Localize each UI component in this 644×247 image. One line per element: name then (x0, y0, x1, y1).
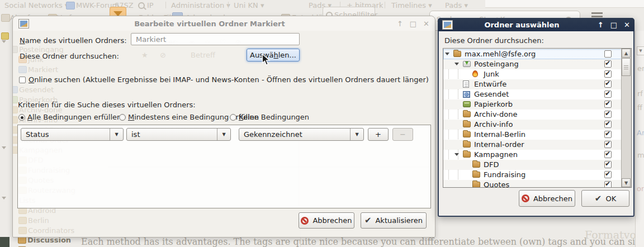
check-icon: ✔ (605, 60, 610, 66)
folder-name: max.mehl@fsfe.org (465, 50, 536, 58)
remove-condition-button[interactable]: − (392, 128, 413, 141)
scroll-down-button[interactable]: ▼ (622, 178, 631, 187)
check-icon: ✔ (364, 216, 372, 225)
tree-row[interactable]: Posteingang✔ (443, 59, 623, 69)
folder-name: Papierkorb (474, 100, 513, 108)
choose-folders-button[interactable]: Auswählen... (247, 49, 300, 61)
folder-icon (463, 111, 471, 117)
dialog-titlebar[interactable]: Ordner auswählen ↑ □ ✕ (438, 18, 634, 31)
drafts-icon (463, 80, 469, 88)
folder-checkbox[interactable]: ✔ (604, 161, 612, 168)
tree-row[interactable]: Quotes✔ (443, 180, 623, 188)
shade-button[interactable]: ↑ (598, 21, 604, 28)
folder-checkbox[interactable]: ✔ (604, 181, 612, 188)
folder-checkbox[interactable]: ✔ (604, 171, 612, 178)
tree-row[interactable]: Kampagnen✔ (443, 150, 623, 160)
dialog-title: Ordner auswählen (453, 21, 591, 29)
dialog-window-icon (442, 20, 453, 30)
folder-checkbox[interactable]: ✔ (604, 60, 612, 68)
bookmark-item[interactable]: IP (147, 1, 154, 10)
check-icon: ✔ (605, 140, 610, 147)
condition-field-select[interactable]: Status▼ (21, 128, 124, 141)
bookmark-item[interactable]: Uni KN ▾ (234, 1, 264, 10)
bookmark-item[interactable]: Social Networks ▾ (4, 1, 68, 10)
expander-icon[interactable] (454, 153, 459, 156)
match-none-radio[interactable] (230, 114, 236, 121)
folder-checkbox[interactable]: ✔ (604, 111, 612, 118)
browser-tab-ghost (485, 0, 644, 8)
scroll-up-button[interactable]: ▲ (622, 49, 631, 58)
mouse-cursor-icon (262, 54, 271, 66)
bookmark-item[interactable]: Pads ▾ (445, 1, 468, 10)
folder-icon (463, 141, 471, 148)
ok-button[interactable]: ✔OK (581, 190, 629, 207)
tree-row[interactable]: DFD✔ (443, 160, 623, 170)
folder-checkbox[interactable]: ✔ (604, 131, 612, 138)
folder-name-input[interactable]: Markiert (131, 33, 300, 45)
close-button[interactable]: ✕ (423, 20, 429, 27)
folder-name: Internal-order (474, 140, 524, 149)
tree-row[interactable]: Fundraising✔ (443, 170, 623, 180)
cancel-button[interactable]: Abbrechen (519, 190, 575, 207)
expander-icon[interactable] (2, 40, 6, 43)
criteria-list: Status▼ ist▼ Gekennzeichnet▼ + − (17, 125, 431, 208)
cancel-button[interactable]: Abbrechen (299, 212, 354, 229)
tree-row[interactable]: Junk✔ (443, 69, 623, 79)
column-picker-icon[interactable]: ▼ (637, 46, 644, 55)
chevron-down-icon: ▼ (217, 129, 230, 140)
folder-checkbox[interactable]: ✔ (604, 101, 612, 108)
criteria-label: Kriterien für die Suche dieses virtuelle… (18, 101, 196, 109)
tree-row[interactable]: Papierkorb✔ (443, 99, 623, 110)
bookmark-item[interactable]: Timelines ▾ (391, 1, 432, 10)
check-icon: ✔ (605, 160, 610, 167)
tree-row[interactable]: Gesendet✔ (443, 89, 623, 99)
add-condition-button[interactable]: + (368, 128, 389, 141)
cancel-icon (301, 217, 309, 225)
match-all-label[interactable]: Alle Bedingungen erfüllen (27, 113, 121, 121)
maximize-button[interactable]: □ (610, 21, 617, 28)
expander-icon[interactable] (2, 146, 6, 149)
match-any-radio[interactable] (119, 114, 126, 121)
expander-icon[interactable] (445, 53, 449, 55)
folder-checkbox[interactable]: ✔ (604, 151, 612, 158)
update-button[interactable]: ✔Aktualisieren (361, 212, 427, 229)
trash-icon (463, 101, 471, 107)
tree-row[interactable]: Internal-order✔ (443, 140, 623, 150)
search-online-label[interactable]: Online suchen (Aktuelle Ergebnisse bei I… (29, 75, 429, 84)
check-icon: ✔ (605, 80, 610, 87)
folder-icon (18, 66, 27, 73)
folder-checkbox[interactable]: ✔ (604, 70, 612, 78)
match-all-radio[interactable] (18, 114, 25, 121)
check-icon: ✔ (605, 170, 610, 177)
folder-name: Fundraising (484, 170, 525, 179)
expander-icon[interactable] (2, 197, 6, 200)
condition-op-select[interactable]: ist▼ (126, 128, 231, 141)
maximize-button[interactable]: □ (410, 20, 416, 27)
thread-pane-edge: ▼ en rf ff Ar m or (635, 31, 644, 247)
folder-checkbox[interactable]: ✔ (604, 91, 612, 98)
scroll-thumb[interactable] (622, 58, 631, 76)
folder-checkbox[interactable]: ✔ (604, 80, 612, 88)
tree-row[interactable]: Archiv-info✔ (443, 120, 623, 130)
condition-value-select[interactable]: Gekennzeichnet▼ (239, 128, 364, 141)
tree-row[interactable]: Internal-Berlin✔ (443, 130, 623, 140)
tree-row[interactable]: max.mehl@fsfe.org (443, 49, 623, 59)
bookmark-item[interactable]: Administration ▾ (171, 1, 230, 10)
check-icon: ✔ (605, 130, 610, 137)
tree-row[interactable]: Entwürfe✔ (443, 79, 623, 89)
dialog-titlebar[interactable]: Bearbeite virtuellen Ordner Markiert ↑ □… (13, 16, 435, 31)
match-none-label[interactable]: Keine Bedingungen (239, 113, 309, 121)
close-button[interactable]: ✕ (624, 21, 630, 28)
tree-scrollbar[interactable]: ▲ ▼ (621, 49, 631, 187)
app-menu-icon[interactable] (591, 12, 603, 14)
tree-row[interactable]: Archiv-done✔ (443, 110, 623, 120)
check-icon: ✔ (605, 90, 610, 97)
folder-checkbox[interactable]: ✔ (604, 141, 612, 148)
folder-checkbox[interactable] (604, 50, 612, 58)
folder-name: Gesendet (474, 90, 509, 98)
shade-button[interactable]: ↑ (397, 20, 403, 27)
search-online-checkbox[interactable] (19, 77, 26, 83)
attachment-thumb-ghost (0, 237, 10, 247)
expander-icon[interactable] (454, 63, 459, 65)
folder-checkbox[interactable]: ✔ (604, 121, 612, 128)
